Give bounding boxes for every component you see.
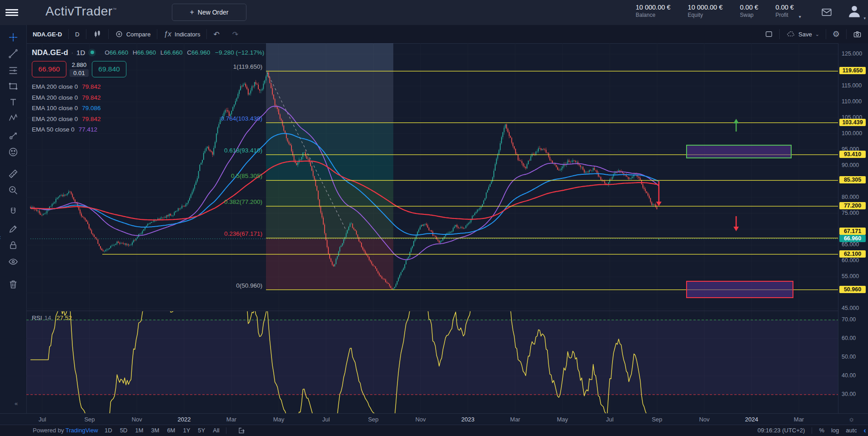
scale-button-auto[interactable]: auto bbox=[846, 427, 857, 434]
rectangle-tool-icon[interactable] bbox=[7, 80, 20, 92]
scale-button-log[interactable]: log bbox=[831, 427, 839, 434]
indicator-row[interactable]: EMA 200 close 079.842 bbox=[32, 81, 268, 92]
indicator-row[interactable]: EMA 200 close 079.842 bbox=[32, 92, 268, 103]
indicator-row[interactable]: EMA 200 close 079.842 bbox=[32, 114, 268, 125]
price-tick: 100.000 bbox=[842, 130, 862, 137]
magnet-tool-icon[interactable] bbox=[7, 205, 20, 218]
time-label: Mar bbox=[785, 416, 813, 423]
clock[interactable]: 09:16:23 (UTC+2) bbox=[758, 427, 805, 434]
svg-text:0.236(67.171): 0.236(67.171) bbox=[224, 230, 262, 237]
caret-down-icon: ▾ bbox=[863, 16, 866, 20]
symbol-button[interactable]: NDA.GE-D bbox=[26, 28, 68, 40]
price-tick: 75.000 bbox=[842, 210, 859, 216]
time-label: Jul bbox=[596, 416, 623, 423]
spread-widget: 2.880 0.01 bbox=[66, 61, 92, 77]
screenshot-camera-icon[interactable] bbox=[847, 28, 868, 40]
fx-icon: ƒx bbox=[164, 30, 171, 38]
price-line-label: 77.200 bbox=[839, 202, 866, 209]
range-button-5y[interactable]: 5Y bbox=[198, 427, 205, 434]
time-label: Sep bbox=[76, 416, 103, 423]
range-buttons: 1D5D1M3M6M1Y5YAll bbox=[105, 427, 220, 434]
buy-button[interactable]: 69.840 bbox=[92, 61, 126, 77]
app-logo: ActivTrader™ bbox=[45, 4, 117, 19]
zoom-in-tool-icon[interactable] bbox=[7, 184, 20, 197]
rsi-tick: 70.00 bbox=[842, 316, 856, 323]
mail-icon[interactable] bbox=[821, 6, 833, 20]
chart-area[interactable]: 1(119.650)0.764(103.439)0.618(93.410)0.5… bbox=[26, 43, 838, 413]
price-line-label: 103.439 bbox=[839, 119, 866, 126]
session-sun-icon[interactable]: ☼ bbox=[848, 415, 855, 423]
trend-line-tool-icon[interactable] bbox=[7, 47, 20, 60]
legend-interval[interactable]: 1D bbox=[76, 49, 85, 56]
range-button-5d[interactable]: 5D bbox=[120, 427, 128, 434]
balance-stat: 10 000.00 € Balance bbox=[636, 4, 671, 18]
save-button[interactable]: Save ⌄ bbox=[780, 28, 826, 40]
sell-button[interactable]: 66.960 bbox=[32, 61, 66, 77]
ruler-tool-icon[interactable] bbox=[7, 167, 20, 180]
eye-tool-icon[interactable] bbox=[7, 255, 20, 268]
price-tick: 60.000 bbox=[842, 257, 859, 264]
rsi-value: 27.52 bbox=[56, 314, 72, 321]
equity-stat: 10 000.00 € Equity bbox=[688, 4, 723, 18]
new-order-button[interactable]: + New Order bbox=[172, 4, 246, 21]
tradingview-link[interactable]: TradingView bbox=[65, 427, 98, 434]
price-tick: 90.000 bbox=[842, 162, 859, 168]
range-button-1m[interactable]: 1M bbox=[135, 427, 143, 434]
collapse-right-icon[interactable]: ‹ bbox=[863, 427, 866, 434]
draw-tool-icon[interactable] bbox=[7, 223, 20, 235]
redo-icon[interactable]: ↷ bbox=[226, 28, 245, 40]
range-button-6m[interactable]: 6M bbox=[167, 427, 175, 434]
ohlc-values: O66.660 H66.960 L66.660 C66.960 −9.280 (… bbox=[102, 49, 264, 56]
crosshair-tool-icon[interactable] bbox=[7, 31, 20, 44]
undo-icon[interactable]: ↶ bbox=[207, 28, 226, 40]
profit-stat[interactable]: 0.00 € Profit ▾ bbox=[776, 4, 794, 18]
svg-text:0.382(77.200): 0.382(77.200) bbox=[224, 198, 262, 205]
price-line-label: 62.100 bbox=[839, 250, 866, 258]
time-label: Mar bbox=[502, 416, 529, 423]
rsi-tick: 30.00 bbox=[842, 391, 856, 397]
indicators-button[interactable]: ƒx Indicators bbox=[157, 28, 206, 40]
text-tool-icon[interactable] bbox=[7, 96, 20, 109]
pane-collapse-icon[interactable]: « bbox=[15, 400, 17, 407]
goto-date-icon[interactable] bbox=[235, 426, 248, 436]
settings-gear-icon[interactable]: ⚙ bbox=[826, 28, 846, 40]
layout-icon[interactable] bbox=[758, 28, 779, 40]
range-button-all[interactable]: All bbox=[213, 427, 219, 434]
trash-tool-icon[interactable] bbox=[7, 278, 20, 291]
rsi-legend[interactable]: RSI14 27.52 bbox=[32, 314, 72, 321]
time-axis[interactable]: ☼ JulSepNov2022MarMayJulSepNov2023MarMay… bbox=[0, 413, 868, 425]
legend-symbol[interactable]: NDA.GE-d bbox=[32, 48, 68, 57]
price-tick: 110.000 bbox=[842, 98, 862, 105]
indicator-row[interactable]: EMA 50 close 077.412 bbox=[32, 124, 268, 135]
time-label: Nov bbox=[691, 416, 718, 423]
menu-icon[interactable] bbox=[5, 7, 18, 18]
price-line-label: 119.650 bbox=[839, 67, 866, 74]
emoji-tool-icon[interactable] bbox=[7, 146, 20, 158]
rsi-tick: 40.00 bbox=[842, 372, 856, 379]
range-button-3m[interactable]: 3M bbox=[151, 427, 159, 434]
forecast-tool-icon[interactable] bbox=[7, 129, 20, 142]
chevron-down-icon: ⌄ bbox=[815, 31, 819, 37]
range-button-1y[interactable]: 1Y bbox=[183, 427, 190, 434]
range-button-1d[interactable]: 1D bbox=[105, 427, 112, 434]
compare-button[interactable]: Compare bbox=[109, 28, 157, 40]
lock-tool-icon[interactable] bbox=[7, 239, 20, 252]
pattern-tool-icon[interactable] bbox=[7, 112, 20, 124]
fib-retracement-tool-icon[interactable] bbox=[7, 64, 20, 77]
candle-style-icon[interactable] bbox=[86, 28, 108, 40]
price-tick: 80.000 bbox=[842, 194, 859, 200]
price-tick: 55.000 bbox=[842, 273, 859, 279]
caret-down-icon[interactable]: ▾ bbox=[799, 14, 801, 19]
rsi-tick: 60.00 bbox=[842, 335, 856, 341]
indicator-row[interactable]: EMA 100 close 079.086 bbox=[32, 103, 268, 114]
spread-value: 2.880 bbox=[66, 61, 92, 68]
market-status-icon[interactable] bbox=[88, 49, 96, 56]
price-axis[interactable]: 125.000115.000110.000105.000100.00095.00… bbox=[838, 43, 868, 413]
last-price-label: 66.960 bbox=[839, 235, 866, 242]
avatar-icon[interactable]: ▾ bbox=[847, 4, 862, 20]
sidebar-collapse-icon[interactable]: ‹ bbox=[0, 233, 1, 241]
interval-button[interactable]: D bbox=[69, 28, 85, 40]
change-value: −9.280 (−12.17%) bbox=[215, 49, 264, 56]
time-label: Sep bbox=[643, 416, 671, 423]
scale-button-percent[interactable]: % bbox=[819, 427, 824, 434]
